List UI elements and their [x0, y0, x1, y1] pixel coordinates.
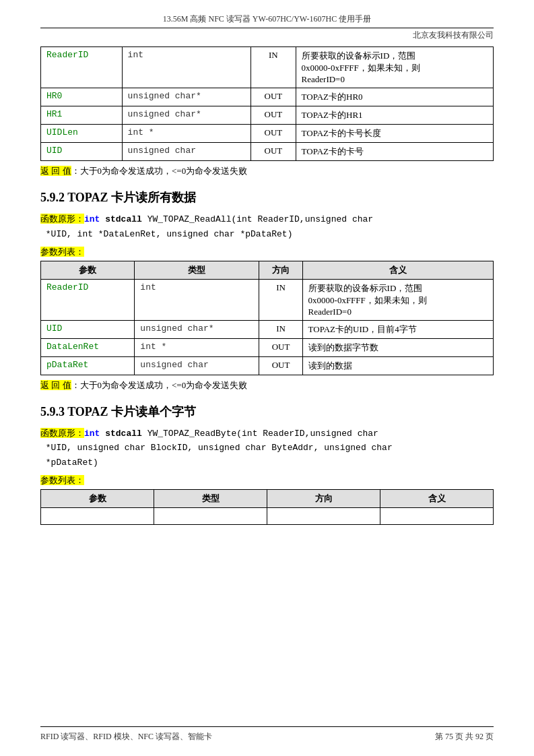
section-593-func: 函数原形：int stdcall YW_TOPAZ_ReadByte(int R…	[40, 427, 494, 470]
section-592-return: 返 回 值：大于0为命令发送成功，<=0为命令发送失败	[40, 379, 494, 391]
table-row	[41, 507, 494, 524]
footer-left: RFID 读写器、RFID 模块、NFC 读写器、智能卡	[40, 731, 212, 743]
col-header-desc: 含义	[302, 261, 493, 279]
page: 13.56M 高频 NFC 读写器 YW-607HC/YW-1607HC 使用手…	[0, 0, 534, 756]
table-row: UIDLenint *OUTTOPAZ卡的卡号长度	[41, 125, 494, 143]
table-row: ReaderIDintIN所要获取的设备标示ID，范围0x0000-0xFFFF…	[41, 279, 494, 320]
page-footer: RFID 读写器、RFID 模块、NFC 读写器、智能卡 第 75 页 共 92…	[40, 726, 494, 743]
table-row: UIDunsigned char*INTOPAZ卡的UID，目前4字节	[41, 320, 494, 338]
section-592-table: 参数 类型 方向 含义 ReaderIDintIN所要获取的设备标示ID，范围0…	[40, 261, 494, 375]
header-title: 13.56M 高频 NFC 读写器 YW-607HC/YW-1607HC 使用手…	[163, 14, 371, 24]
section-593-title: 5.9.3 TOPAZ 卡片读单个字节	[40, 404, 494, 420]
table-row: HR1unsigned char*OUTTOPAZ卡的HR1	[41, 106, 494, 125]
section-593-param-label: 参数列表：	[40, 474, 494, 486]
table-row: pDataRetunsigned charOUT读到的数据	[41, 356, 494, 375]
col-header-param: 参数	[41, 261, 135, 279]
company-name: 北京友我科技有限公司	[40, 30, 494, 41]
top-params-table: ReaderIDintIN所要获取的设备标示ID，范围0x0000-0xFFFF…	[40, 46, 494, 161]
col-header-type: 类型	[135, 261, 259, 279]
table-row: HR0unsigned char*OUTTOPAZ卡的HR0	[41, 88, 494, 106]
footer-right: 第 75 页 共 92 页	[435, 731, 494, 743]
table-row: ReaderIDintIN所要获取的设备标示ID，范围0x0000-0xFFFF…	[41, 47, 494, 88]
section-592-func: 函数原形：int stdcall YW_TOPAZ_ReadAll(int Re…	[40, 212, 494, 242]
section-592-title: 5.9.2 TOPAZ 卡片读所有数据	[40, 189, 494, 206]
col-header-dir: 方向	[267, 489, 380, 507]
table-row: UIDunsigned charOUTTOPAZ卡的卡号	[41, 143, 494, 161]
section-592-param-label: 参数列表：	[40, 246, 494, 258]
col-header-type: 类型	[154, 489, 267, 507]
table-row: DataLenRetint *OUT读到的数据字节数	[41, 338, 494, 356]
page-header: 13.56M 高频 NFC 读写器 YW-607HC/YW-1607HC 使用手…	[40, 13, 494, 28]
section-593-table: 参数 类型 方向 含义	[40, 489, 494, 525]
col-header-param: 参数	[41, 489, 154, 507]
top-return-value: 返 回 值：大于0为命令发送成功，<=0为命令发送失败	[40, 165, 494, 177]
col-header-desc: 含义	[380, 489, 494, 507]
col-header-dir: 方向	[259, 261, 302, 279]
